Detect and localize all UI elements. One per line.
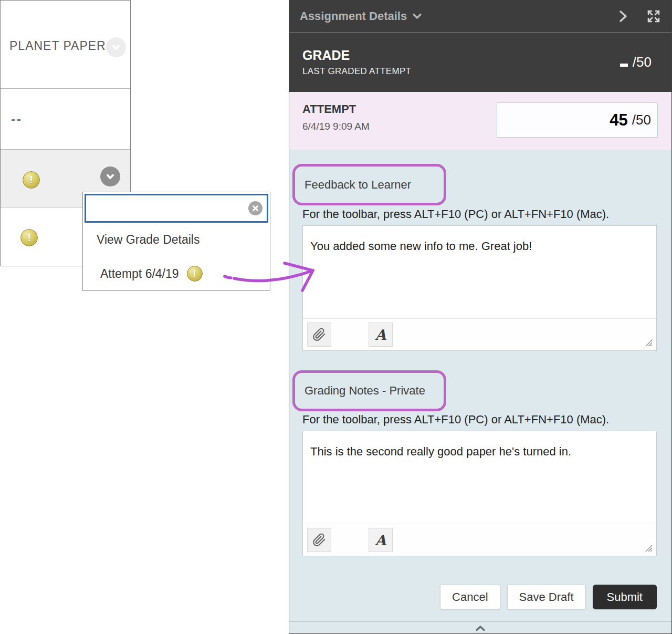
resize-handle[interactable]	[645, 544, 653, 553]
attach-file-button[interactable]	[307, 323, 331, 347]
needs-grading-icon: !	[187, 266, 203, 282]
grade-sublabel: LAST GRADED ATTEMPT	[302, 66, 411, 77]
score-value: 45	[610, 111, 627, 130]
panel-header-icons	[619, 9, 661, 24]
menu-item-view-grade-details[interactable]: View Grade Details	[83, 229, 270, 250]
grade-empty-dash	[620, 64, 628, 67]
score-total: /50	[632, 112, 651, 128]
text-style-a-icon: A	[375, 532, 386, 548]
chevron-down-icon	[413, 13, 422, 19]
paperclip-icon	[312, 533, 326, 547]
grade-input[interactable]	[85, 194, 268, 223]
clear-icon[interactable]	[248, 201, 262, 215]
chevron-down-icon[interactable]	[100, 167, 120, 186]
panel-footer	[289, 621, 671, 634]
column-header-cell[interactable]: PLANET PAPER	[1, 1, 130, 88]
grade-cell-empty[interactable]: --	[1, 88, 130, 149]
annotation-arrow	[220, 254, 326, 302]
grading-notes-editor-toolbar: A	[303, 524, 656, 556]
screenshot-root: PLANET PAPER -- ! ! View Grade Details	[0, 0, 672, 634]
grading-notes-label: Grading Notes - Private	[304, 384, 425, 398]
grading-notes-label-highlight: Grading Notes - Private	[292, 370, 446, 411]
grade-input-wrap	[85, 194, 268, 223]
grade-summary-section: GRADE LAST GRADED ATTEMPT /50	[289, 33, 671, 92]
text-style-button[interactable]: A	[369, 323, 393, 347]
feedback-label: Feedback to Learner	[304, 178, 411, 192]
submit-button[interactable]: Submit	[593, 585, 657, 609]
attempt-label: ATTEMPT	[302, 102, 356, 116]
save-draft-button[interactable]: Save Draft	[507, 585, 586, 609]
attach-file-button[interactable]	[307, 528, 331, 552]
chevron-down-icon[interactable]	[106, 37, 126, 57]
grade-total: /50	[633, 54, 652, 70]
action-button-row: Cancel Save Draft Submit	[440, 585, 657, 609]
attempt-section: ATTEMPT 6/4/19 9:09 AM 45 /50	[289, 92, 671, 150]
needs-grading-icon: !	[23, 171, 40, 189]
toolbar-hint: For the toolbar, press ALT+F10 (PC) or A…	[302, 207, 609, 221]
grade-summary-value: /50	[620, 54, 652, 70]
menu-item-label: View Grade Details	[97, 233, 200, 247]
column-header-label: PLANET PAPER	[9, 39, 106, 53]
resize-handle[interactable]	[645, 339, 653, 347]
text-style-a-icon: A	[375, 327, 386, 343]
empty-grade-value: --	[11, 112, 23, 127]
chevron-up-icon[interactable]	[475, 625, 486, 631]
panel-content: Feedback to Learner For the toolbar, pre…	[289, 150, 671, 621]
assignment-details-panel: Assignment Details GRAD	[289, 0, 672, 634]
panel-title-dropdown[interactable]: Assignment Details	[300, 9, 619, 23]
paperclip-icon	[312, 328, 326, 341]
grading-notes-editor: This is the second really good paper he'…	[302, 431, 657, 556]
panel-title: Assignment Details	[300, 9, 407, 23]
collapse-panel-icon[interactable]	[619, 10, 627, 23]
needs-grading-icon: !	[20, 229, 38, 246]
score-input[interactable]: 45 /50	[497, 102, 658, 138]
attempt-timestamp: 6/4/19 9:09 AM	[302, 121, 370, 132]
grade-label: GRADE	[302, 48, 411, 63]
grading-notes-editor-content[interactable]: This is the second really good paper he'…	[303, 431, 656, 524]
menu-item-label: Attempt 6/4/19	[100, 267, 179, 281]
text-style-button[interactable]: A	[369, 528, 393, 552]
feedback-editor-toolbar: A	[303, 318, 656, 350]
feedback-editor-content[interactable]: You added some new info to me. Great job…	[303, 226, 656, 318]
grade-summary-labels: GRADE LAST GRADED ATTEMPT	[302, 48, 411, 77]
toolbar-hint: For the toolbar, press ALT+F10 (PC) or A…	[302, 413, 609, 427]
feedback-label-highlight: Feedback to Learner	[292, 164, 446, 205]
feedback-editor: You added some new info to me. Great job…	[302, 225, 657, 351]
fullscreen-icon[interactable]	[646, 9, 661, 24]
cancel-button[interactable]: Cancel	[440, 585, 500, 609]
panel-header: Assignment Details	[289, 0, 671, 33]
